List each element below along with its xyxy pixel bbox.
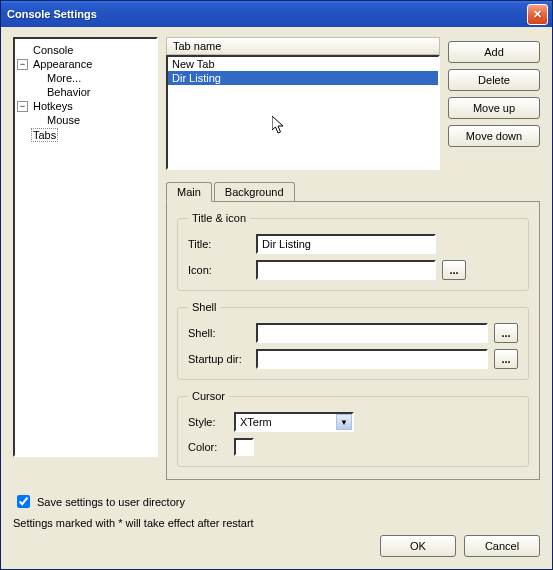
tree-label: Behavior	[45, 86, 92, 98]
ellipsis-icon: ...	[501, 353, 510, 365]
list-item[interactable]: Dir Listing	[168, 71, 438, 85]
tab-list-header: Tab name	[166, 37, 440, 55]
shell-input[interactable]	[256, 323, 488, 343]
save-to-user-dir-checkbox[interactable]	[17, 495, 30, 508]
ok-button[interactable]: OK	[380, 535, 456, 557]
window-title: Console Settings	[7, 8, 527, 20]
startup-dir-input[interactable]	[256, 349, 488, 369]
tree-item-behavior[interactable]: Behavior	[17, 85, 154, 99]
move-up-button[interactable]: Move up	[448, 97, 540, 119]
detail-tabstrip: Main Background	[166, 182, 540, 202]
legend-title-icon: Title & icon	[188, 212, 250, 224]
titlebar: Console Settings ✕	[1, 1, 552, 27]
settings-dialog: Console Settings ✕ Console−AppearanceMor…	[0, 0, 553, 570]
settings-tree[interactable]: Console−AppearanceMore...Behavior−Hotkey…	[13, 37, 158, 457]
tree-label: Hotkeys	[31, 100, 75, 112]
tree-item-tabs[interactable]: Tabs	[17, 127, 154, 143]
tab-background[interactable]: Background	[214, 182, 295, 201]
close-icon: ✕	[533, 8, 542, 21]
tree-label: Tabs	[31, 128, 58, 142]
add-button[interactable]: Add	[448, 41, 540, 63]
tree-label: Mouse	[45, 114, 82, 126]
startup-dir-browse-button[interactable]: ...	[494, 349, 518, 369]
tab-list[interactable]: New TabDir Listing	[166, 55, 440, 170]
label-shell: Shell:	[188, 327, 250, 339]
cursor-style-value: XTerm	[240, 416, 272, 428]
tree-item-console[interactable]: Console	[17, 43, 154, 57]
tree-item-appearance[interactable]: −Appearance	[17, 57, 154, 71]
legend-cursor: Cursor	[188, 390, 229, 402]
label-cursor-color: Color:	[188, 441, 228, 453]
tab-main[interactable]: Main	[166, 182, 212, 202]
client-area: Console−AppearanceMore...Behavior−Hotkey…	[1, 27, 552, 569]
tree-label: Console	[31, 44, 75, 56]
list-item[interactable]: New Tab	[168, 57, 438, 71]
legend-shell: Shell	[188, 301, 220, 313]
cursor-color-picker[interactable]	[234, 438, 254, 456]
tree-label: Appearance	[31, 58, 94, 70]
detail-tabpage-main: Title & icon Title: Icon: ... Shell	[166, 202, 540, 480]
tree-item-more-[interactable]: More...	[17, 71, 154, 85]
label-startup-dir: Startup dir:	[188, 353, 250, 365]
tree-item-mouse[interactable]: Mouse	[17, 113, 154, 127]
close-button[interactable]: ✕	[527, 4, 548, 25]
delete-button[interactable]: Delete	[448, 69, 540, 91]
chevron-down-icon: ▼	[336, 414, 352, 430]
ellipsis-icon: ...	[449, 264, 458, 276]
tree-item-hotkeys[interactable]: −Hotkeys	[17, 99, 154, 113]
tree-label: More...	[45, 72, 83, 84]
collapse-icon[interactable]: −	[17, 59, 28, 70]
cancel-button[interactable]: Cancel	[464, 535, 540, 557]
label-icon: Icon:	[188, 264, 250, 276]
group-cursor: Cursor Style: XTerm ▼ Color:	[177, 390, 529, 467]
restart-note: Settings marked with * will take effect …	[13, 517, 540, 529]
shell-browse-button[interactable]: ...	[494, 323, 518, 343]
label-title: Title:	[188, 238, 250, 250]
move-down-button[interactable]: Move down	[448, 125, 540, 147]
icon-browse-button[interactable]: ...	[442, 260, 466, 280]
ellipsis-icon: ...	[501, 327, 510, 339]
icon-input[interactable]	[256, 260, 436, 280]
collapse-icon[interactable]: −	[17, 101, 28, 112]
label-cursor-style: Style:	[188, 416, 228, 428]
save-to-user-dir-label[interactable]: Save settings to user directory	[37, 496, 185, 508]
title-input[interactable]	[256, 234, 436, 254]
group-title-icon: Title & icon Title: Icon: ...	[177, 212, 529, 291]
group-shell: Shell Shell: ... Startup dir: ...	[177, 301, 529, 380]
cursor-style-combo[interactable]: XTerm ▼	[234, 412, 354, 432]
